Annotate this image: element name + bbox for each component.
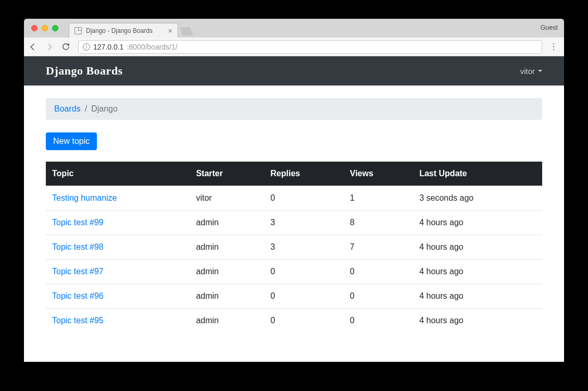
cell-replies: 3 bbox=[264, 211, 343, 235]
window-controls bbox=[28, 25, 61, 31]
cell-views: 0 bbox=[344, 260, 413, 284]
topic-link[interactable]: Topic test #96 bbox=[52, 291, 104, 300]
browser-tab[interactable]: Django - Django Boards × bbox=[69, 23, 178, 38]
cell-starter: admin bbox=[190, 211, 264, 235]
reload-button[interactable] bbox=[61, 42, 73, 51]
new-tab-button[interactable] bbox=[180, 27, 193, 35]
cell-views: 7 bbox=[344, 235, 413, 260]
col-replies: Replies bbox=[264, 162, 343, 186]
cell-views: 0 bbox=[344, 309, 413, 333]
cell-views: 0 bbox=[344, 284, 413, 309]
topic-link[interactable]: Topic test #98 bbox=[52, 242, 104, 251]
tab-strip: Django - Django Boards × Guest bbox=[24, 19, 564, 38]
cell-last-update: 3 seconds ago bbox=[413, 186, 542, 211]
breadcrumb: Boards / Django bbox=[46, 98, 542, 120]
cell-last-update: 4 hours ago bbox=[413, 211, 542, 235]
cell-last-update: 4 hours ago bbox=[413, 309, 542, 333]
cell-replies: 0 bbox=[264, 309, 343, 333]
table-header-row: Topic Starter Replies Views Last Update bbox=[46, 162, 542, 186]
url-path: :8000/boards/1/ bbox=[127, 43, 177, 51]
site-info-icon[interactable]: i bbox=[83, 43, 90, 51]
url-host: 127.0.0.1 bbox=[93, 43, 123, 51]
cell-starter: admin bbox=[190, 235, 264, 260]
cell-starter: admin bbox=[190, 284, 264, 309]
cell-replies: 0 bbox=[264, 284, 343, 309]
brand-logo[interactable]: Django Boards bbox=[46, 64, 123, 78]
close-window-button[interactable] bbox=[31, 25, 37, 31]
col-last-update: Last Update bbox=[413, 162, 542, 186]
topic-link[interactable]: Topic test #99 bbox=[52, 218, 104, 227]
col-topic: Topic bbox=[46, 162, 190, 186]
tab-title: Django - Django Boards bbox=[86, 27, 153, 34]
cell-starter: admin bbox=[190, 309, 264, 333]
breadcrumb-boards-link[interactable]: Boards bbox=[54, 104, 81, 114]
cell-last-update: 4 hours ago bbox=[413, 284, 542, 309]
minimize-window-button[interactable] bbox=[42, 25, 48, 31]
cell-replies: 3 bbox=[264, 235, 343, 260]
table-row: Testing humanizevitor013 seconds ago bbox=[46, 186, 542, 211]
breadcrumb-current: Django bbox=[91, 104, 118, 114]
topics-table: Topic Starter Replies Views Last Update … bbox=[46, 162, 542, 333]
user-menu[interactable]: vitor bbox=[520, 67, 542, 76]
address-bar[interactable]: i 127.0.0.1:8000/boards/1/ bbox=[78, 40, 542, 54]
table-row: Topic test #95admin004 hours ago bbox=[46, 309, 542, 333]
cell-starter: admin bbox=[190, 260, 264, 284]
caret-down-icon bbox=[538, 70, 542, 72]
page-favicon-icon bbox=[74, 27, 82, 34]
tab-close-icon[interactable]: × bbox=[168, 27, 172, 35]
profile-label[interactable]: Guest bbox=[541, 24, 558, 31]
cell-replies: 0 bbox=[264, 186, 343, 211]
cell-replies: 0 bbox=[264, 260, 343, 284]
topic-link[interactable]: Topic test #95 bbox=[52, 316, 104, 325]
cell-views: 1 bbox=[344, 186, 413, 211]
back-button[interactable] bbox=[28, 42, 40, 52]
topic-link[interactable]: Testing humanize bbox=[52, 193, 117, 202]
col-starter: Starter bbox=[190, 162, 264, 186]
forward-button[interactable] bbox=[45, 42, 56, 52]
cell-last-update: 4 hours ago bbox=[413, 260, 542, 284]
maximize-window-button[interactable] bbox=[52, 25, 58, 31]
cell-last-update: 4 hours ago bbox=[413, 235, 542, 260]
col-views: Views bbox=[344, 162, 413, 186]
browser-toolbar: i 127.0.0.1:8000/boards/1/ ⋮ bbox=[24, 38, 564, 56]
table-row: Topic test #98admin374 hours ago bbox=[46, 235, 542, 260]
page-container: Boards / Django New topic Topic Starter … bbox=[24, 85, 564, 362]
table-row: Topic test #97admin004 hours ago bbox=[46, 260, 542, 284]
table-row: Topic test #99admin384 hours ago bbox=[46, 211, 542, 235]
breadcrumb-separator: / bbox=[85, 104, 87, 114]
user-menu-label: vitor bbox=[520, 67, 535, 76]
table-row: Topic test #96admin004 hours ago bbox=[46, 284, 542, 309]
topic-link[interactable]: Topic test #97 bbox=[52, 267, 104, 276]
app-navbar: Django Boards vitor bbox=[24, 56, 564, 85]
browser-window: Django - Django Boards × Guest i 127.0.0… bbox=[24, 19, 564, 362]
new-topic-button[interactable]: New topic bbox=[46, 132, 97, 150]
cell-views: 8 bbox=[344, 211, 413, 235]
cell-starter: vitor bbox=[190, 186, 264, 211]
browser-menu-button[interactable]: ⋮ bbox=[547, 43, 560, 51]
